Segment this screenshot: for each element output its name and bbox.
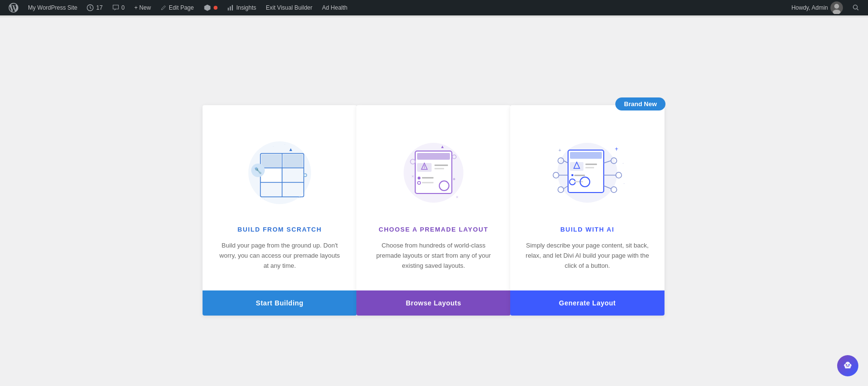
premade-svg: ▲ ◆ ✕ ✕ — [390, 127, 477, 209]
svg-rect-13 — [261, 154, 281, 167]
edit-page-label: Edit Page — [169, 4, 194, 11]
svg-text:✕: ✕ — [411, 175, 414, 178]
svg-point-72 — [846, 364, 847, 366]
svg-text:+: + — [558, 148, 561, 153]
divi-item[interactable] — [199, 0, 222, 15]
svg-rect-50 — [585, 167, 594, 168]
ai-svg: + + · · — [542, 127, 633, 209]
scroll-hint — [0, 15, 868, 17]
ai-brain-button[interactable] — [837, 355, 858, 376]
ad-health-item[interactable]: Ad Health — [317, 0, 353, 15]
new-item[interactable]: + New — [130, 0, 156, 15]
svg-point-33 — [418, 177, 420, 179]
svg-rect-3 — [232, 5, 233, 10]
comments-count: 0 — [122, 4, 125, 11]
divi-status-dot — [214, 6, 217, 10]
ad-health-label: Ad Health — [322, 4, 348, 11]
svg-rect-54 — [574, 181, 583, 182]
brand-new-label: Brand New — [624, 100, 657, 108]
premade-title: CHOOSE A PREMADE LAYOUT — [379, 226, 488, 233]
updates-item[interactable]: 17 — [82, 0, 107, 15]
svg-text:· · ·: · · · — [260, 197, 265, 201]
exit-visual-builder-label: Exit Visual Builder — [266, 4, 312, 11]
svg-text:·: · — [623, 161, 624, 165]
svg-rect-27 — [417, 153, 450, 160]
svg-rect-31 — [434, 165, 448, 166]
premade-description: Choose from hundreds of world-class prem… — [371, 241, 496, 271]
search-icon — [853, 4, 859, 11]
svg-rect-2 — [230, 6, 231, 10]
comments-item[interactable]: 0 — [108, 0, 130, 15]
svg-rect-51 — [571, 174, 573, 176]
scratch-description: Build your page from the ground up. Don'… — [217, 241, 342, 271]
new-label: + New — [135, 4, 151, 11]
wp-logo-icon — [9, 3, 18, 13]
svg-point-5 — [834, 4, 839, 9]
svg-text:·: · — [624, 181, 624, 186]
site-name: My WordPress Site — [28, 4, 77, 11]
browse-layouts-button[interactable]: Browse Layouts — [356, 290, 511, 316]
edit-icon — [161, 5, 166, 11]
svg-text:✕: ✕ — [298, 195, 301, 199]
cards-wrapper: Brand New — [203, 105, 665, 315]
scratch-title: BUILD FROM SCRATCH — [238, 226, 322, 233]
premade-layout-card: ▲ ◆ ✕ ✕ CHOOSE A PREMADE LAYOUT Choose f… — [356, 105, 511, 315]
main-content: Brand New — [0, 15, 868, 386]
howdy-text: Howdy, Admin — [791, 4, 828, 11]
svg-text:✕: ✕ — [456, 195, 459, 199]
generate-layout-button[interactable]: Generate Layout — [510, 290, 665, 316]
svg-text:▲: ▲ — [288, 147, 293, 152]
svg-rect-49 — [585, 164, 597, 165]
card-body-ai: + + · · BUILD WITH AI Simply describe yo… — [510, 105, 665, 290]
svg-rect-52 — [574, 175, 585, 176]
ai-title: BUILD WITH AI — [560, 226, 614, 233]
updates-icon — [87, 4, 94, 11]
insights-item[interactable]: Insights — [222, 0, 261, 15]
premade-illustration: ▲ ◆ ✕ ✕ — [371, 120, 496, 216]
build-from-scratch-card: 🔧 ▲ ◄ ✕ · · · · · BUILD FROM SCRATCH Bui… — [203, 105, 357, 315]
updates-count: 17 — [96, 4, 102, 11]
wp-logo-item[interactable] — [4, 0, 23, 15]
scratch-svg: 🔧 ▲ ◄ ✕ · · · · · — [236, 127, 323, 209]
exit-visual-builder-item[interactable]: Exit Visual Builder — [261, 0, 317, 15]
svg-rect-32 — [434, 168, 444, 169]
svg-rect-47 — [570, 162, 583, 171]
svg-point-73 — [848, 364, 850, 366]
divi-icon — [203, 4, 211, 12]
svg-text:◄: ◄ — [254, 166, 258, 170]
scratch-illustration: 🔧 ▲ ◄ ✕ · · · · · — [217, 120, 342, 216]
insights-label: Insights — [236, 4, 256, 11]
svg-rect-34 — [422, 177, 434, 179]
svg-text:+: + — [615, 146, 618, 152]
build-with-ai-card: + + · · BUILD WITH AI Simply describe yo… — [510, 105, 665, 315]
ai-description: Simply describe your page content, sit b… — [525, 241, 650, 271]
search-item[interactable] — [848, 0, 864, 15]
howdy-item[interactable]: Howdy, Admin — [787, 0, 848, 15]
admin-bar: My WordPress Site 17 0 + New Edit Page I… — [0, 0, 868, 15]
svg-rect-14 — [283, 154, 303, 167]
svg-rect-46 — [570, 152, 602, 159]
ai-illustration: + + · · — [525, 120, 650, 216]
comments-icon — [112, 4, 119, 11]
svg-rect-1 — [228, 8, 229, 11]
site-name-item[interactable]: My WordPress Site — [23, 0, 82, 15]
svg-rect-36 — [422, 182, 434, 183]
start-building-button[interactable]: Start Building — [203, 290, 357, 316]
card-body-scratch: 🔧 ▲ ◄ ✕ · · · · · BUILD FROM SCRATCH Bui… — [203, 105, 357, 290]
admin-avatar — [830, 1, 843, 14]
brain-icon — [842, 360, 853, 371]
svg-text:▲: ▲ — [440, 144, 445, 149]
card-body-premade: ▲ ◆ ✕ ✕ CHOOSE A PREMADE LAYOUT Choose f… — [356, 105, 511, 290]
svg-point-7 — [853, 5, 857, 9]
brand-new-badge: Brand New — [615, 97, 665, 110]
insights-icon — [227, 4, 234, 11]
edit-page-item[interactable]: Edit Page — [156, 0, 199, 15]
